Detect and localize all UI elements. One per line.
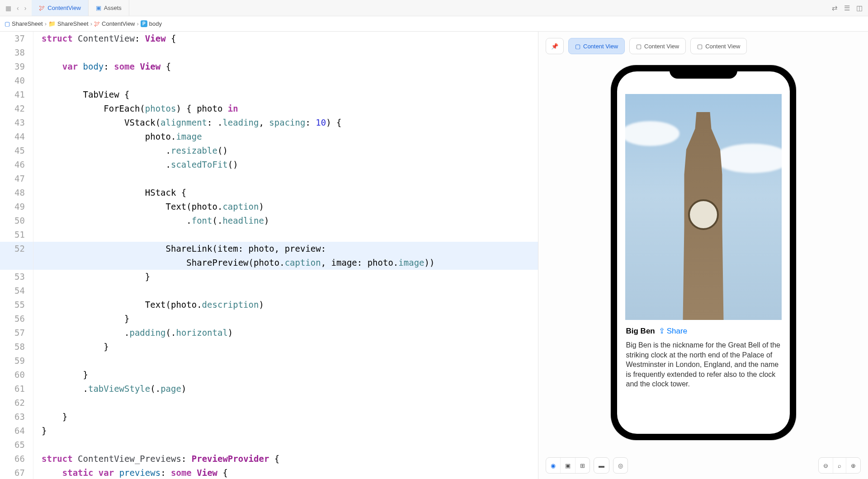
nav-forward-button[interactable]: › — [23, 4, 28, 13]
code-line[interactable]: 39 var body: some View { — [0, 60, 538, 74]
zoom-out-button[interactable]: ⊖ — [819, 458, 833, 473]
line-number: 48 — [0, 186, 33, 200]
device-button[interactable]: ▬ — [594, 458, 609, 473]
breadcrumb-property[interactable]: P body — [141, 20, 162, 27]
code-line[interactable]: 48 HStack { — [0, 186, 538, 200]
preview-image — [625, 94, 782, 320]
line-number: 58 — [0, 340, 33, 354]
preview-mode-group: ◉ ▣ ⊞ — [546, 457, 590, 474]
code-content[interactable]: struct ContentView_Previews: PreviewProv… — [42, 452, 279, 466]
editor-tabs-bar: ▦ ‹ › 🕊 ContentView ▣ Assets ⇄ ☰ ◫ — [0, 0, 868, 16]
code-content[interactable]: photo.image — [42, 130, 202, 144]
code-line[interactable]: 45 .resizable() — [0, 144, 538, 158]
code-content[interactable]: } — [42, 424, 47, 438]
code-line[interactable]: 55 Text(photo.description) — [0, 298, 538, 312]
code-content[interactable]: .scaledToFit() — [42, 158, 238, 172]
share-button[interactable]: ⇪ Share — [659, 326, 687, 336]
preview-tab-3[interactable]: ▢ Content View — [690, 38, 747, 54]
grid-preview-button[interactable]: ⊞ — [575, 458, 590, 473]
code-content[interactable]: Text(photo.caption) — [42, 200, 264, 214]
code-line[interactable]: 40 — [0, 74, 538, 88]
code-content[interactable]: .padding(.horizontal) — [42, 326, 233, 340]
code-line[interactable]: 67 static var previews: some View { — [0, 466, 538, 479]
code-line[interactable]: 51 — [0, 228, 538, 242]
code-line[interactable]: 60 } — [0, 368, 538, 382]
code-line[interactable]: 38 — [0, 46, 538, 60]
list-icon[interactable]: ☰ — [844, 4, 850, 12]
phone-screen[interactable]: Big Ben ⇪ Share Big Ben is the nickname … — [617, 71, 790, 434]
preview-tab-2[interactable]: ▢ Content View — [629, 38, 686, 54]
code-line[interactable]: 50 .font(.headline) — [0, 214, 538, 228]
breadcrumb-folder[interactable]: 📁 ShareSheet — [48, 20, 89, 27]
accessibility-button[interactable]: ◎ — [613, 458, 627, 473]
code-line[interactable]: 46 .scaledToFit() — [0, 158, 538, 172]
line-number: 67 — [0, 466, 33, 479]
code-content[interactable]: struct ContentView: View { — [42, 32, 176, 46]
code-content[interactable]: ShareLink(item: photo, preview: — [42, 242, 326, 256]
code-line[interactable]: 54 — [0, 284, 538, 298]
code-content[interactable]: SharePreview(photo.caption, image: photo… — [42, 256, 434, 270]
code-content[interactable]: ForEach(photos) { photo in — [42, 102, 238, 116]
code-line[interactable]: 64} — [0, 424, 538, 438]
tab-contentview[interactable]: 🕊 ContentView — [32, 0, 88, 16]
apps-grid-icon[interactable]: ▦ — [4, 4, 13, 13]
preview-caption: Big Ben — [626, 327, 655, 336]
code-line[interactable]: 56 } — [0, 312, 538, 326]
swift-icon: 🕊 — [39, 5, 45, 11]
preview-tab-1[interactable]: ▢ Content View — [568, 38, 625, 54]
line-number: 64 — [0, 424, 33, 438]
code-line[interactable]: 66struct ContentView_Previews: PreviewPr… — [0, 452, 538, 466]
code-line[interactable]: 43 VStack(alignment: .leading, spacing: … — [0, 116, 538, 130]
code-line[interactable]: 62 — [0, 396, 538, 410]
code-content[interactable]: HStack { — [42, 186, 186, 200]
code-line[interactable]: 47 — [0, 172, 538, 186]
code-content[interactable]: TabView { — [42, 88, 129, 102]
code-content[interactable]: static var previews: some View { — [42, 466, 228, 479]
line-number: 52 — [0, 242, 33, 256]
code-content[interactable]: } — [42, 410, 67, 424]
breadcrumb-project[interactable]: ▢ ShareSheet — [5, 20, 43, 27]
zoom-group: ⊖ ⌕ ⊕ — [818, 457, 861, 474]
code-line[interactable]: 57 .padding(.horizontal) — [0, 326, 538, 340]
code-content[interactable]: .resizable() — [42, 144, 228, 158]
selectable-preview-button[interactable]: ▣ — [560, 458, 575, 473]
code-content[interactable]: .font(.headline) — [42, 214, 269, 228]
code-line[interactable]: 63 } — [0, 410, 538, 424]
code-line[interactable]: 42 ForEach(photos) { photo in — [0, 102, 538, 116]
breadcrumb-file[interactable]: 🕊 ContentView — [94, 20, 135, 27]
code-content[interactable]: } — [42, 312, 129, 326]
code-line[interactable]: 58 } — [0, 340, 538, 354]
preview-bottom-bar: ◉ ▣ ⊞ ▬ ◎ ⊖ ⌕ ⊕ — [538, 452, 868, 479]
code-content[interactable]: VStack(alignment: .leading, spacing: 10)… — [42, 116, 342, 130]
code-line[interactable]: 44 photo.image — [0, 130, 538, 144]
line-number: 44 — [0, 130, 33, 144]
pin-icon: 📌 — [551, 43, 558, 50]
code-line[interactable]: 49 Text(photo.caption) — [0, 200, 538, 214]
code-content[interactable]: } — [42, 270, 150, 284]
live-preview-button[interactable]: ◉ — [546, 458, 560, 473]
panels-icon[interactable]: ◫ — [856, 4, 863, 12]
code-line[interactable]: 41 TabView { — [0, 88, 538, 102]
tab-assets[interactable]: ▣ Assets — [89, 0, 129, 16]
code-line[interactable]: 53 } — [0, 270, 538, 284]
code-content[interactable]: Text(photo.description) — [42, 298, 264, 312]
code-editor[interactable]: 37struct ContentView: View {3839 var bod… — [0, 32, 538, 479]
nav-back-button[interactable]: ‹ — [15, 4, 21, 13]
code-content[interactable]: .tabViewStyle(.page) — [42, 382, 186, 396]
refresh-icon[interactable]: ⇄ — [832, 4, 838, 12]
zoom-fit-button[interactable]: ⌕ — [833, 458, 846, 473]
phone-icon: ▢ — [636, 43, 642, 50]
code-line[interactable]: 65 — [0, 438, 538, 452]
line-number: 62 — [0, 396, 33, 410]
code-line[interactable]: 52 ShareLink(item: photo, preview: — [0, 242, 538, 256]
line-number: 59 — [0, 354, 33, 368]
code-line[interactable]: 37struct ContentView: View { — [0, 32, 538, 46]
code-line[interactable]: 61 .tabViewStyle(.page) — [0, 382, 538, 396]
code-line[interactable]: SharePreview(photo.caption, image: photo… — [0, 256, 538, 270]
pin-preview-button[interactable]: 📌 — [546, 38, 564, 54]
code-content[interactable]: } — [42, 340, 109, 354]
zoom-in-button[interactable]: ⊕ — [846, 458, 860, 473]
code-content[interactable]: } — [42, 368, 88, 382]
code-content[interactable]: var body: some View { — [42, 60, 171, 74]
code-line[interactable]: 59 — [0, 354, 538, 368]
